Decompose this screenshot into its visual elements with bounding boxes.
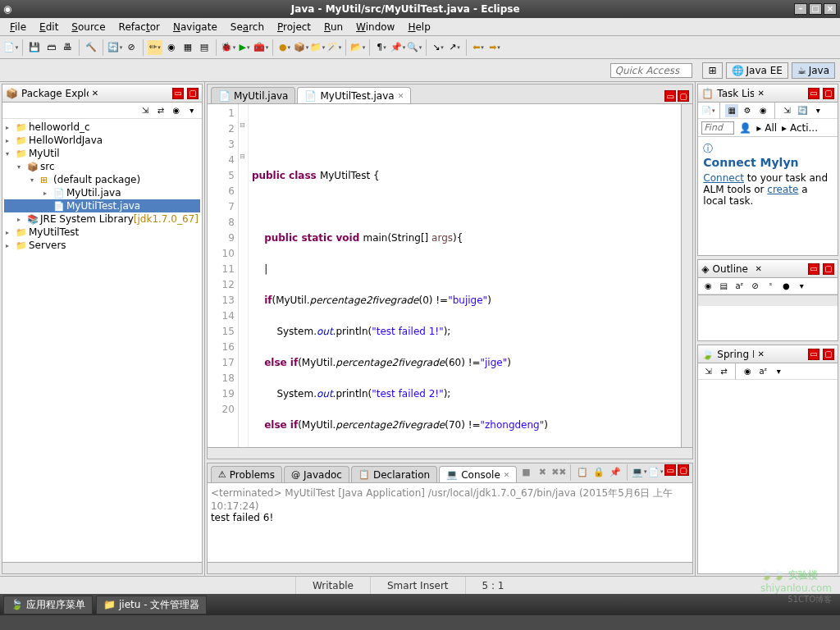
console-remove-all-button[interactable]: ✖✖ [551, 464, 566, 479]
run-button[interactable]: ▶ [237, 40, 252, 55]
tree-node-servers[interactable]: ▸📁Servers [4, 239, 200, 252]
outline-hide-fields-button[interactable]: ⊘ [748, 280, 761, 293]
open-type-button[interactable]: 📂 [350, 40, 365, 55]
console-body[interactable]: <terminated> MyUtilTest [Java Applicatio… [208, 483, 692, 562]
perspective-java[interactable]: ☕ Java [792, 62, 835, 79]
spring-link-button[interactable]: ⇄ [717, 365, 730, 378]
console-open-button[interactable]: 📄 [648, 464, 663, 479]
show-whitespace-button[interactable]: ¶ [374, 40, 389, 55]
spring-collapse-button[interactable]: ⇲ [701, 365, 714, 378]
tree-node-src[interactable]: ▾📦src [4, 160, 200, 173]
tab-close-icon[interactable]: ✕ [504, 471, 510, 479]
tasklist-menu-button[interactable]: ▾ [811, 104, 824, 117]
view-menu-button[interactable]: ▾ [185, 104, 199, 117]
pe-hscroll[interactable] [2, 562, 202, 573]
view-close-icon[interactable]: ✕ [92, 89, 98, 98]
console-clear-button[interactable]: 📋 [575, 464, 590, 479]
package-explorer-tree[interactable]: ▸📁helloworld_c ▸📁HelloWorldJava ▾📁MyUtil… [2, 119, 202, 562]
step2-button[interactable]: ↗ [447, 40, 462, 55]
menu-search[interactable]: Search [226, 20, 269, 34]
new-folder-button[interactable]: 📁 [310, 40, 325, 55]
editor-minimize-button[interactable]: ▭ [664, 90, 676, 102]
console-lock-button[interactable]: 🔒 [591, 464, 606, 479]
collapse-button[interactable]: ⇲ [780, 104, 793, 117]
editor-hscroll[interactable] [208, 447, 692, 459]
code-area[interactable]: public class MyUtilTest { public static … [239, 104, 681, 447]
tasklist-maximize-button[interactable]: ▢ [823, 88, 834, 99]
debug-button[interactable]: 🐞 [221, 40, 235, 55]
tab-console[interactable]: 💻 Console ✕ [439, 466, 517, 482]
collapse-all-button[interactable]: ⇲ [139, 104, 152, 117]
find-person-icon[interactable]: 👤 [739, 122, 751, 134]
coverage-button[interactable]: ✏ [148, 40, 162, 55]
outline-hide-nonpublic-button[interactable]: ● [779, 280, 792, 293]
back-button[interactable]: ⬅ [471, 40, 486, 55]
schedule-button[interactable]: ⚙ [741, 104, 754, 117]
debug-launch-button[interactable]: 🔄 [107, 40, 122, 55]
menu-edit[interactable]: Edit [34, 20, 63, 34]
tree-node-jre[interactable]: ▸📚JRE System Library [jdk1.7.0_67] [4, 212, 200, 226]
skip-button[interactable]: ⊘ [124, 40, 139, 55]
console-pin-button[interactable]: 📌 [608, 464, 623, 479]
task-find-input[interactable] [701, 121, 734, 135]
mylyn-connect-link[interactable]: Connect [703, 172, 744, 184]
outline-menu-button[interactable]: ▾ [795, 280, 808, 293]
menu-navigate[interactable]: Navigate [168, 20, 222, 34]
tree-node-myutil[interactable]: ▾📁MyUtil [4, 147, 200, 160]
outline-minimize-button[interactable]: ▭ [808, 263, 819, 275]
menu-window[interactable]: Window [351, 20, 399, 34]
editor-tab-myutil[interactable]: 📄MyUtil.java [211, 87, 296, 103]
outline-az-button[interactable]: aᶻ [733, 280, 746, 293]
menu-help[interactable]: Help [403, 20, 435, 34]
save-button[interactable]: 💾 [27, 40, 42, 55]
outline-sort-button[interactable]: ▤ [717, 280, 730, 293]
close-button[interactable]: × [824, 3, 837, 15]
quick-access-input[interactable] [610, 63, 692, 78]
save-all-button[interactable]: 🗃 [43, 40, 58, 55]
focus-task-button[interactable]: ◉ [170, 104, 183, 117]
find-acti-link[interactable]: ▸ Acti... [782, 122, 818, 134]
console-remove-button[interactable]: ✖ [535, 464, 550, 479]
tasklist-minimize-button[interactable]: ▭ [808, 88, 819, 99]
console-minimize-button[interactable]: ▭ [664, 464, 676, 476]
jietu-taskbar-button[interactable]: 📁jietu - 文件管理器 [96, 596, 207, 614]
find-all-link[interactable]: ▸ All [756, 122, 777, 134]
outline-hscroll[interactable] [698, 294, 838, 306]
tree-node-default-package[interactable]: ▾⊞(default package) [4, 173, 200, 186]
console-terminate-button[interactable]: ■ [518, 464, 533, 479]
view-close-icon[interactable]: ✕ [757, 349, 764, 358]
code-editor[interactable]: 1234567891011121314151617181920 ⊟⊟ publi… [208, 104, 692, 447]
new-wand-button[interactable]: 🪄 [326, 40, 341, 55]
outline-hide-static-button[interactable]: ˢ [764, 280, 777, 293]
view-close-icon[interactable]: ✕ [756, 264, 762, 273]
menu-source[interactable]: Source [66, 20, 110, 34]
pin-button[interactable]: 📌 [390, 40, 405, 55]
sync-button[interactable]: 🔄 [796, 104, 809, 117]
view-minimize-button[interactable]: ▭ [172, 88, 184, 99]
view-close-icon[interactable]: ✕ [757, 89, 764, 98]
editor-tab-myutiltest[interactable]: 📄MyUtilTest.java✕ [297, 87, 411, 103]
focus-button[interactable]: ◉ [756, 104, 769, 117]
new-button[interactable]: 📄 [3, 40, 18, 55]
editor-maximize-button[interactable]: ▢ [678, 90, 689, 102]
app-menu-button[interactable]: 🍃应用程序菜单 [3, 596, 93, 614]
tab-problems[interactable]: ⚠ Problems [211, 466, 282, 482]
filter-button[interactable]: 🔍 [407, 40, 422, 55]
outline-maximize-button[interactable]: ▢ [823, 263, 834, 275]
console-maximize-button[interactable]: ▢ [678, 464, 689, 476]
perspective-javaee[interactable]: 🌐 Java EE [726, 62, 788, 79]
print-button[interactable]: 🖶 [60, 40, 75, 55]
menu-file[interactable]: File [5, 20, 31, 34]
mylyn-create-link[interactable]: create [767, 184, 798, 195]
menu-refactor[interactable]: Refactor [114, 20, 165, 34]
tree-node-myutil-java[interactable]: ▸📄MyUtil.java [4, 186, 200, 199]
console-display-button[interactable]: 💻 [632, 464, 646, 479]
build-button[interactable]: 🔨 [84, 40, 98, 55]
menu-run[interactable]: Run [319, 20, 348, 34]
tree-node-myutiltest-java[interactable]: 📄MyUtilTest.java [4, 199, 200, 212]
new-package-button[interactable]: 📦 [294, 40, 308, 55]
menu-project[interactable]: Project [272, 20, 316, 34]
link-editor-button[interactable]: ⇄ [154, 104, 167, 117]
tree-node-helloworld-c[interactable]: ▸📁helloworld_c [4, 121, 200, 134]
forward-button[interactable]: ➡ [487, 40, 502, 55]
